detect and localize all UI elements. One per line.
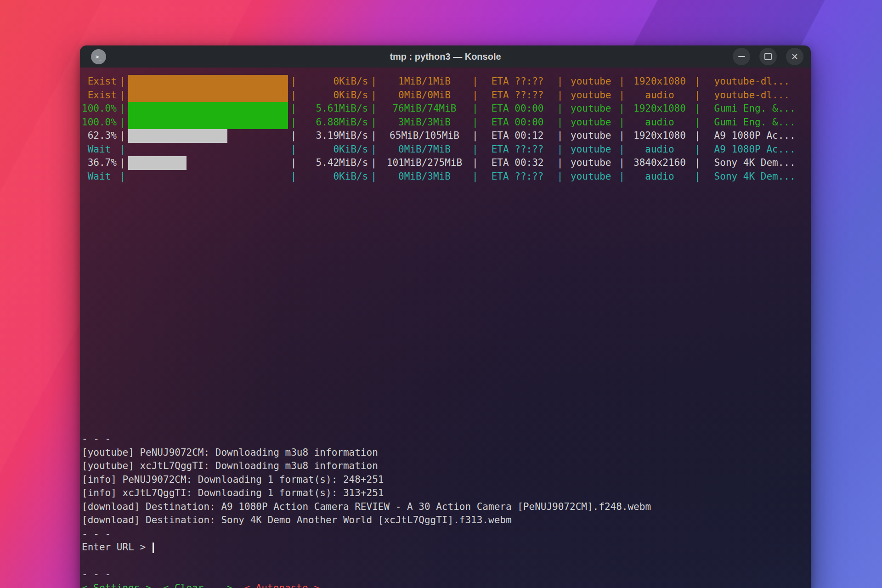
progress-bar-fill <box>128 89 288 102</box>
log-lines: - - -[youtube] PeNUJ9072CM: Downloading … <box>82 432 808 541</box>
download-site: youtube <box>565 75 616 89</box>
log-line: [info] xcJtL7QggTI: Downloading 1 format… <box>82 486 808 500</box>
download-status: 100.0% <box>82 116 117 130</box>
separator-line: - - - <box>82 568 808 582</box>
maximize-button[interactable] <box>759 48 777 65</box>
download-eta: ETA 00:00 <box>481 116 554 130</box>
download-size: 1MiB/1MiB <box>379 75 469 89</box>
download-eta: ETA ??:?? <box>481 143 554 157</box>
konsole-window: >_ tmp : python3 — Konsole ✕ Exist||0KiB… <box>80 45 811 588</box>
download-title: A9 1080P Ac... <box>703 143 808 157</box>
log-line: [youtube] PeNUJ9072CM: Downloading m3u8 … <box>82 446 808 460</box>
download-size: 101MiB/275MiB <box>379 156 469 170</box>
log-line: [download] Destination: A9 1080P Action … <box>82 500 808 514</box>
download-site: youtube <box>565 129 616 143</box>
download-row: Exist||0KiB/s|0MiB/0MiB|ETA ??:??|youtub… <box>82 89 808 102</box>
download-status: Exist <box>82 89 117 102</box>
download-size: 3MiB/3MiB <box>379 116 469 130</box>
progress-bar <box>128 102 288 116</box>
download-title: Gumi Eng. &... <box>703 116 808 130</box>
download-row: 62.3%||3.19MiB/s|65MiB/105MiB|ETA 00:12|… <box>82 129 808 143</box>
tui-button-row: < Settings >< Clear >< Autopaste > <box>82 582 808 588</box>
download-format: 1920x1080 <box>628 129 692 143</box>
download-status: 62.3% <box>82 129 117 143</box>
progress-bar-fill <box>128 129 228 143</box>
progress-bar-fill <box>128 116 288 130</box>
download-speed: 3.19MiB/s <box>299 129 368 143</box>
download-size: 0MiB/3MiB <box>379 170 469 184</box>
download-eta: ETA 00:12 <box>481 129 554 143</box>
minimize-button[interactable] <box>733 48 750 65</box>
log-line: [download] Destination: Sony 4K Demo Ano… <box>82 514 808 527</box>
close-icon: ✕ <box>791 52 798 61</box>
download-eta: ETA ??:?? <box>481 89 554 102</box>
progress-bar <box>128 156 288 170</box>
clear-button[interactable]: < Clear > <box>163 582 233 588</box>
terminal-viewport[interactable]: Exist||0KiB/s|1MiB/1MiB|ETA ??:??|youtub… <box>80 68 811 588</box>
download-title: A9 1080P Ac... <box>703 129 808 143</box>
blank-line <box>82 554 808 568</box>
download-row: 36.7%||5.42MiB/s|101MiB/275MiB|ETA 00:32… <box>82 156 808 170</box>
prompt-label: Enter URL > <box>82 542 152 553</box>
progress-bar <box>128 116 288 130</box>
download-title: youtube-dl... <box>703 75 808 89</box>
download-size: 65MiB/105MiB <box>379 129 469 143</box>
download-status: 36.7% <box>82 156 117 170</box>
download-format: 3840x2160 <box>628 156 692 170</box>
progress-bar <box>128 129 288 143</box>
download-site: youtube <box>565 89 616 102</box>
download-format: audio <box>628 143 692 157</box>
progress-bar <box>128 89 288 102</box>
download-row: Exist||0KiB/s|1MiB/1MiB|ETA ??:??|youtub… <box>82 75 808 89</box>
progress-bar-fill <box>128 75 288 89</box>
download-status: Wait <box>82 170 117 184</box>
maximize-icon <box>764 53 772 60</box>
download-status: Wait <box>82 143 117 157</box>
settings-button[interactable]: < Settings > <box>82 582 152 588</box>
download-eta: ETA ??:?? <box>481 170 554 184</box>
download-eta: ETA 00:00 <box>481 102 554 116</box>
prompt-line[interactable]: Enter URL > <box>82 541 808 554</box>
download-status: Exist <box>82 75 117 89</box>
download-speed: 5.61MiB/s <box>299 102 368 116</box>
download-title: Sony 4K Dem... <box>703 156 808 170</box>
download-row: Wait ||0KiB/s|0MiB/7MiB|ETA ??:??|youtub… <box>82 143 808 157</box>
log-line: - - - <box>82 432 808 446</box>
download-speed: 0KiB/s <box>299 143 368 157</box>
log-line: - - - <box>82 527 808 541</box>
download-format: 1920x1080 <box>628 102 692 116</box>
download-speed: 0KiB/s <box>299 89 368 102</box>
download-eta: ETA ??:?? <box>481 75 554 89</box>
download-speed: 0KiB/s <box>299 170 368 184</box>
download-row: 100.0%||6.88MiB/s|3MiB/3MiB|ETA 00:00|yo… <box>82 116 808 130</box>
download-speed: 0KiB/s <box>299 75 368 89</box>
autopaste-button[interactable]: < Autopaste > <box>244 582 319 588</box>
progress-bar <box>128 75 288 89</box>
download-format: 1920x1080 <box>628 75 692 89</box>
download-size: 76MiB/74MiB <box>379 102 469 116</box>
progress-bar-fill <box>128 156 187 170</box>
progress-bar-fill <box>128 102 288 116</box>
close-button[interactable]: ✕ <box>786 48 803 65</box>
terminal-output: - - -[youtube] PeNUJ9072CM: Downloading … <box>82 432 808 588</box>
download-speed: 6.88MiB/s <box>299 116 368 130</box>
download-site: youtube <box>565 102 616 116</box>
download-eta: ETA 00:32 <box>481 156 554 170</box>
download-table: Exist||0KiB/s|1MiB/1MiB|ETA ??:??|youtub… <box>82 75 808 183</box>
progress-bar <box>128 170 288 184</box>
download-format: audio <box>628 89 692 102</box>
download-title: Sony 4K Dem... <box>703 170 808 184</box>
download-speed: 5.42MiB/s <box>299 156 368 170</box>
download-title: youtube-dl... <box>703 89 808 102</box>
download-row: 100.0%||5.61MiB/s|76MiB/74MiB|ETA 00:00|… <box>82 102 808 116</box>
window-title: tmp : python3 — Konsole <box>80 51 811 62</box>
download-site: youtube <box>565 170 616 184</box>
download-status: 100.0% <box>82 102 117 116</box>
download-site: youtube <box>565 143 616 157</box>
download-size: 0MiB/0MiB <box>379 89 469 102</box>
progress-bar <box>128 143 288 157</box>
download-site: youtube <box>565 116 616 130</box>
log-line: [youtube] xcJtL7QggTI: Downloading m3u8 … <box>82 459 808 473</box>
download-title: Gumi Eng. &... <box>703 102 808 116</box>
title-bar[interactable]: >_ tmp : python3 — Konsole ✕ <box>80 45 811 68</box>
